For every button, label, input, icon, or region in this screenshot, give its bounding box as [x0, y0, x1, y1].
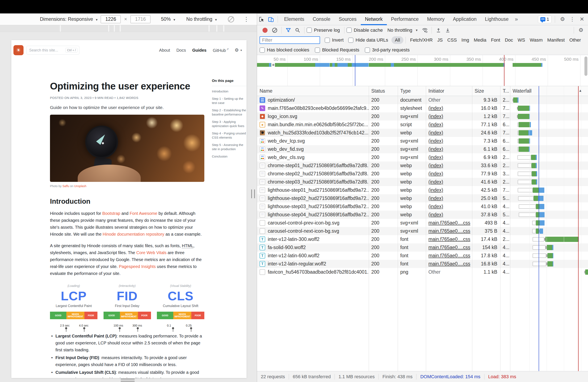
- nav-item-github[interactable]: GitHub↗: [213, 47, 229, 53]
- filter-type-other[interactable]: Other: [567, 36, 583, 44]
- media-query-bar[interactable]: [0, 25, 257, 32]
- export-har-icon[interactable]: [443, 26, 452, 35]
- tab-lighthouse[interactable]: Lighthouse: [481, 13, 513, 25]
- search-icon[interactable]: [293, 26, 302, 35]
- toggle-device-toolbar-icon[interactable]: [266, 15, 275, 24]
- hide-data-urls-checkbox[interactable]: [348, 38, 354, 43]
- request-row[interactable]: carousel-control-prev-icon-bg.svg200svg+…: [257, 219, 588, 227]
- request-row[interactable]: lighthouse-step04_hud27150869f16affbd9a7…: [257, 211, 588, 219]
- filter-input[interactable]: [260, 36, 320, 44]
- column-header-type[interactable]: Type: [398, 88, 426, 94]
- request-row[interactable]: main.f765ae08b8293ceeb4b0de56699e2fafc9.…: [257, 104, 588, 112]
- request-row[interactable]: inter-v12-latin-300.woff2200fontmain.f76…: [257, 235, 588, 243]
- initiator-link[interactable]: (index): [428, 155, 443, 160]
- request-row[interactable]: watch_hu25d333fcded103db2f52f7476cb142..…: [257, 129, 588, 137]
- preserve-log-label[interactable]: Preserve log: [314, 27, 340, 33]
- invert-checkbox[interactable]: [325, 38, 330, 43]
- viewport-height-input[interactable]: [130, 15, 150, 23]
- tab-application[interactable]: Application: [449, 13, 481, 25]
- option-label[interactable]: 3rd-party requests: [372, 47, 410, 53]
- tab-performance[interactable]: Performance: [387, 13, 423, 25]
- theme-menu[interactable]: ⚙▾: [234, 47, 242, 53]
- filter-type-ws[interactable]: WS: [515, 36, 527, 44]
- throttling-select[interactable]: No throttling ▼: [186, 16, 217, 22]
- request-row[interactable]: lighthouse-step02_hud27150869f16affbd9a7…: [257, 194, 588, 202]
- initiator-link[interactable]: (index): [428, 204, 443, 209]
- column-header-initiator[interactable]: Initiator: [426, 88, 472, 94]
- request-row[interactable]: lighthouse-step01_hud27150869f16affbd9a7…: [257, 186, 588, 194]
- site-logo[interactable]: ☀: [13, 45, 23, 55]
- column-divider[interactable]: [426, 86, 426, 371]
- toc-link[interactable]: Step 5 - Assessing the site in productio…: [212, 143, 247, 151]
- disable-cache-label[interactable]: Disable cache: [354, 27, 383, 33]
- rotate-viewport-icon[interactable]: [228, 16, 234, 22]
- filter-type-all[interactable]: All: [391, 36, 403, 44]
- filter-type-wasm[interactable]: Wasm: [527, 36, 545, 44]
- request-row[interactable]: chrome-step02_hud27150869f16affbd9a72df8…: [257, 170, 588, 178]
- request-row[interactable]: lighthouse-step03_hud27150869f16affbd9a7…: [257, 202, 588, 211]
- text-link[interactable]: Core Web Vitals: [136, 250, 167, 255]
- initiator-link[interactable]: (index): [428, 106, 443, 111]
- initiator-link[interactable]: main.f765ae0....css: [428, 245, 470, 250]
- checkbox[interactable]: [315, 47, 320, 53]
- filter-type-manifest[interactable]: Manifest: [545, 36, 567, 44]
- request-row[interactable]: carousel-control-next-icon-bg.svg200svg+…: [257, 227, 588, 235]
- request-row[interactable]: fa-solid-900.woff2200fontmain.f765ae0...…: [257, 243, 588, 252]
- filter-type-doc[interactable]: Doc: [503, 36, 515, 44]
- toc-link[interactable]: Step 4 - Purging unused CSS elements: [212, 131, 247, 140]
- column-divider[interactable]: [398, 86, 398, 371]
- nav-item-guides[interactable]: Guides: [192, 48, 207, 53]
- initiator-link[interactable]: (index): [428, 195, 443, 201]
- dimensions-select[interactable]: Dimensions: Responsive ▼: [40, 16, 98, 22]
- network-throttling-select[interactable]: No throttling ▼: [387, 27, 418, 33]
- initiator-link[interactable]: (index): [428, 138, 443, 144]
- text-link[interactable]: Bootstrap: [102, 211, 120, 216]
- filter-type-css[interactable]: CSS: [445, 36, 459, 44]
- issues-counter[interactable]: 1: [538, 16, 551, 23]
- column-divider[interactable]: [500, 86, 501, 371]
- request-row[interactable]: optimization/200documentOther9.3 kB2...: [257, 96, 588, 104]
- network-overview-timeline[interactable]: 50 ms100 ms150 ms200 ms250 ms300 ms350 m…: [257, 55, 588, 86]
- initiator-link[interactable]: (index): [428, 114, 443, 119]
- text-link[interactable]: Unsplash: [74, 184, 86, 188]
- request-row[interactable]: inter-v12-latin-600.woff2200fontmain.f76…: [257, 252, 588, 260]
- column-header-name[interactable]: Name: [257, 88, 369, 94]
- network-conditions-icon[interactable]: [420, 26, 429, 35]
- filter-type-media[interactable]: Media: [471, 36, 489, 44]
- text-link[interactable]: Font Awesome: [129, 211, 157, 216]
- filter-type-fetch-xhr[interactable]: Fetch/XHR: [408, 36, 435, 44]
- zoom-select[interactable]: 50% ▼: [161, 16, 176, 22]
- request-row[interactable]: chrome-step03_hud27150869f16affbd9a72df8…: [257, 178, 588, 186]
- initiator-link[interactable]: main.f765ae0....css: [428, 261, 470, 267]
- filter-type-js[interactable]: JS: [435, 36, 445, 44]
- clear-network-log-icon[interactable]: [272, 28, 277, 33]
- toc-link[interactable]: Step 2 - Establishing the baseline perfo…: [212, 108, 247, 117]
- filter-type-font[interactable]: Font: [489, 36, 503, 44]
- initiator-link[interactable]: (index): [428, 146, 443, 152]
- column-header-status[interactable]: Status: [369, 88, 398, 94]
- column-header-t[interactable]: T...: [500, 88, 510, 94]
- initiator-link[interactable]: (index): [428, 187, 443, 193]
- search-input[interactable]: [29, 48, 65, 52]
- initiator-link[interactable]: main.f765ae0....css: [428, 220, 470, 226]
- more-tabs-button[interactable]: »: [513, 16, 520, 22]
- toc-link[interactable]: Conclusion: [212, 154, 247, 159]
- bottom-resize-handle[interactable]: [121, 379, 135, 382]
- invert-label[interactable]: Invert: [332, 37, 344, 43]
- disable-cache-checkbox[interactable]: [346, 27, 352, 33]
- column-header-size[interactable]: Size: [472, 88, 500, 94]
- initiator-link[interactable]: (index): [428, 179, 443, 185]
- text-link[interactable]: Hinode documentation repository: [103, 232, 165, 236]
- pane-splitter-handle[interactable]: [251, 190, 255, 198]
- request-row[interactable]: web_dev_lcp.svg200svg+xml(index)7.3 kB6.…: [257, 137, 588, 145]
- initiator-link[interactable]: main.f765ae0....css: [428, 253, 470, 258]
- initiator-link[interactable]: (index): [428, 171, 443, 176]
- text-link[interactable]: Saffu: [62, 184, 69, 188]
- initiator-link[interactable]: (index): [428, 163, 443, 168]
- request-row[interactable]: chrome-step01_hud27150869f16affbd9a72df8…: [257, 162, 588, 170]
- network-settings-gear-icon[interactable]: ⚙: [577, 27, 585, 33]
- option-label[interactable]: Has blocked cookies: [267, 47, 309, 53]
- nav-item-about[interactable]: About: [159, 48, 170, 53]
- close-devtools-icon[interactable]: ✕: [578, 16, 586, 22]
- option-label[interactable]: Blocked Requests: [322, 47, 359, 53]
